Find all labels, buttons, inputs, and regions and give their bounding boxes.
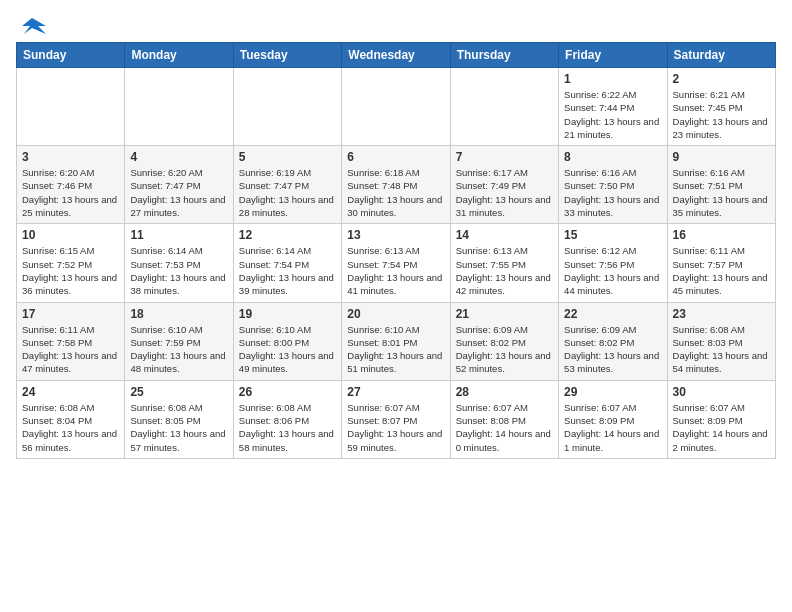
logo-bird-icon	[18, 16, 46, 38]
day-header-tuesday: Tuesday	[233, 43, 341, 68]
day-number: 25	[130, 385, 227, 399]
calendar-cell: 7Sunrise: 6:17 AMSunset: 7:49 PMDaylight…	[450, 146, 558, 224]
day-number: 20	[347, 307, 444, 321]
calendar-cell	[450, 68, 558, 146]
day-header-sunday: Sunday	[17, 43, 125, 68]
day-info: Sunrise: 6:20 AMSunset: 7:46 PMDaylight:…	[22, 166, 119, 219]
calendar-cell: 22Sunrise: 6:09 AMSunset: 8:02 PMDayligh…	[559, 302, 667, 380]
day-header-wednesday: Wednesday	[342, 43, 450, 68]
day-info: Sunrise: 6:08 AMSunset: 8:06 PMDaylight:…	[239, 401, 336, 454]
day-info: Sunrise: 6:18 AMSunset: 7:48 PMDaylight:…	[347, 166, 444, 219]
calendar-cell: 1Sunrise: 6:22 AMSunset: 7:44 PMDaylight…	[559, 68, 667, 146]
day-info: Sunrise: 6:07 AMSunset: 8:09 PMDaylight:…	[564, 401, 661, 454]
calendar-header: SundayMondayTuesdayWednesdayThursdayFrid…	[17, 43, 776, 68]
day-number: 8	[564, 150, 661, 164]
day-header-thursday: Thursday	[450, 43, 558, 68]
calendar-cell: 23Sunrise: 6:08 AMSunset: 8:03 PMDayligh…	[667, 302, 775, 380]
calendar-cell: 5Sunrise: 6:19 AMSunset: 7:47 PMDaylight…	[233, 146, 341, 224]
day-info: Sunrise: 6:15 AMSunset: 7:52 PMDaylight:…	[22, 244, 119, 297]
day-info: Sunrise: 6:07 AMSunset: 8:09 PMDaylight:…	[673, 401, 770, 454]
day-number: 21	[456, 307, 553, 321]
calendar-cell: 8Sunrise: 6:16 AMSunset: 7:50 PMDaylight…	[559, 146, 667, 224]
calendar-cell: 10Sunrise: 6:15 AMSunset: 7:52 PMDayligh…	[17, 224, 125, 302]
calendar-cell: 28Sunrise: 6:07 AMSunset: 8:08 PMDayligh…	[450, 380, 558, 458]
calendar-cell: 26Sunrise: 6:08 AMSunset: 8:06 PMDayligh…	[233, 380, 341, 458]
day-number: 16	[673, 228, 770, 242]
day-info: Sunrise: 6:07 AMSunset: 8:08 PMDaylight:…	[456, 401, 553, 454]
day-number: 10	[22, 228, 119, 242]
day-header-monday: Monday	[125, 43, 233, 68]
calendar-cell: 20Sunrise: 6:10 AMSunset: 8:01 PMDayligh…	[342, 302, 450, 380]
day-header-saturday: Saturday	[667, 43, 775, 68]
calendar-cell: 12Sunrise: 6:14 AMSunset: 7:54 PMDayligh…	[233, 224, 341, 302]
day-number: 27	[347, 385, 444, 399]
calendar-week-row: 1Sunrise: 6:22 AMSunset: 7:44 PMDaylight…	[17, 68, 776, 146]
day-number: 13	[347, 228, 444, 242]
day-info: Sunrise: 6:13 AMSunset: 7:55 PMDaylight:…	[456, 244, 553, 297]
day-info: Sunrise: 6:07 AMSunset: 8:07 PMDaylight:…	[347, 401, 444, 454]
calendar-cell	[233, 68, 341, 146]
calendar-table: SundayMondayTuesdayWednesdayThursdayFrid…	[16, 42, 776, 459]
day-number: 29	[564, 385, 661, 399]
day-number: 3	[22, 150, 119, 164]
day-number: 12	[239, 228, 336, 242]
header	[16, 16, 776, 34]
day-number: 11	[130, 228, 227, 242]
day-number: 9	[673, 150, 770, 164]
calendar-cell: 13Sunrise: 6:13 AMSunset: 7:54 PMDayligh…	[342, 224, 450, 302]
calendar-cell: 17Sunrise: 6:11 AMSunset: 7:58 PMDayligh…	[17, 302, 125, 380]
calendar-cell: 18Sunrise: 6:10 AMSunset: 7:59 PMDayligh…	[125, 302, 233, 380]
calendar-cell	[342, 68, 450, 146]
calendar-cell: 2Sunrise: 6:21 AMSunset: 7:45 PMDaylight…	[667, 68, 775, 146]
calendar-cell: 29Sunrise: 6:07 AMSunset: 8:09 PMDayligh…	[559, 380, 667, 458]
day-number: 30	[673, 385, 770, 399]
day-number: 26	[239, 385, 336, 399]
day-info: Sunrise: 6:09 AMSunset: 8:02 PMDaylight:…	[564, 323, 661, 376]
day-header-friday: Friday	[559, 43, 667, 68]
day-info: Sunrise: 6:16 AMSunset: 7:50 PMDaylight:…	[564, 166, 661, 219]
day-info: Sunrise: 6:16 AMSunset: 7:51 PMDaylight:…	[673, 166, 770, 219]
day-info: Sunrise: 6:10 AMSunset: 8:01 PMDaylight:…	[347, 323, 444, 376]
day-number: 2	[673, 72, 770, 86]
day-info: Sunrise: 6:21 AMSunset: 7:45 PMDaylight:…	[673, 88, 770, 141]
day-number: 14	[456, 228, 553, 242]
calendar-cell: 27Sunrise: 6:07 AMSunset: 8:07 PMDayligh…	[342, 380, 450, 458]
day-number: 28	[456, 385, 553, 399]
calendar-cell: 16Sunrise: 6:11 AMSunset: 7:57 PMDayligh…	[667, 224, 775, 302]
day-number: 19	[239, 307, 336, 321]
day-info: Sunrise: 6:10 AMSunset: 8:00 PMDaylight:…	[239, 323, 336, 376]
calendar-week-row: 10Sunrise: 6:15 AMSunset: 7:52 PMDayligh…	[17, 224, 776, 302]
calendar-week-row: 3Sunrise: 6:20 AMSunset: 7:46 PMDaylight…	[17, 146, 776, 224]
calendar-cell: 25Sunrise: 6:08 AMSunset: 8:05 PMDayligh…	[125, 380, 233, 458]
day-info: Sunrise: 6:08 AMSunset: 8:03 PMDaylight:…	[673, 323, 770, 376]
day-number: 18	[130, 307, 227, 321]
day-info: Sunrise: 6:10 AMSunset: 7:59 PMDaylight:…	[130, 323, 227, 376]
day-info: Sunrise: 6:22 AMSunset: 7:44 PMDaylight:…	[564, 88, 661, 141]
calendar-cell: 14Sunrise: 6:13 AMSunset: 7:55 PMDayligh…	[450, 224, 558, 302]
day-info: Sunrise: 6:14 AMSunset: 7:53 PMDaylight:…	[130, 244, 227, 297]
calendar-cell	[125, 68, 233, 146]
calendar-week-row: 17Sunrise: 6:11 AMSunset: 7:58 PMDayligh…	[17, 302, 776, 380]
day-number: 23	[673, 307, 770, 321]
day-number: 17	[22, 307, 119, 321]
calendar-cell: 3Sunrise: 6:20 AMSunset: 7:46 PMDaylight…	[17, 146, 125, 224]
day-info: Sunrise: 6:11 AMSunset: 7:58 PMDaylight:…	[22, 323, 119, 376]
day-info: Sunrise: 6:09 AMSunset: 8:02 PMDaylight:…	[456, 323, 553, 376]
calendar-cell: 24Sunrise: 6:08 AMSunset: 8:04 PMDayligh…	[17, 380, 125, 458]
day-number: 15	[564, 228, 661, 242]
svg-marker-0	[22, 18, 46, 34]
day-number: 1	[564, 72, 661, 86]
day-info: Sunrise: 6:13 AMSunset: 7:54 PMDaylight:…	[347, 244, 444, 297]
day-number: 5	[239, 150, 336, 164]
logo	[16, 16, 46, 34]
calendar-cell: 19Sunrise: 6:10 AMSunset: 8:00 PMDayligh…	[233, 302, 341, 380]
day-info: Sunrise: 6:14 AMSunset: 7:54 PMDaylight:…	[239, 244, 336, 297]
calendar-cell: 11Sunrise: 6:14 AMSunset: 7:53 PMDayligh…	[125, 224, 233, 302]
day-info: Sunrise: 6:08 AMSunset: 8:05 PMDaylight:…	[130, 401, 227, 454]
day-info: Sunrise: 6:20 AMSunset: 7:47 PMDaylight:…	[130, 166, 227, 219]
day-info: Sunrise: 6:17 AMSunset: 7:49 PMDaylight:…	[456, 166, 553, 219]
day-info: Sunrise: 6:12 AMSunset: 7:56 PMDaylight:…	[564, 244, 661, 297]
day-number: 22	[564, 307, 661, 321]
day-number: 4	[130, 150, 227, 164]
calendar-cell: 30Sunrise: 6:07 AMSunset: 8:09 PMDayligh…	[667, 380, 775, 458]
